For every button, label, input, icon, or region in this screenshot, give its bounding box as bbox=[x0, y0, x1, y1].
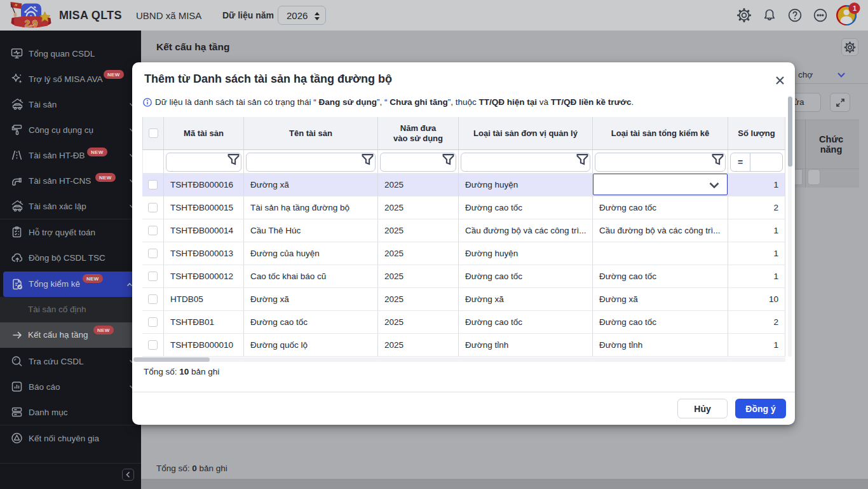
svg-text:2.9: 2.9 bbox=[25, 18, 37, 29]
svg-text:1: 1 bbox=[853, 4, 857, 12]
